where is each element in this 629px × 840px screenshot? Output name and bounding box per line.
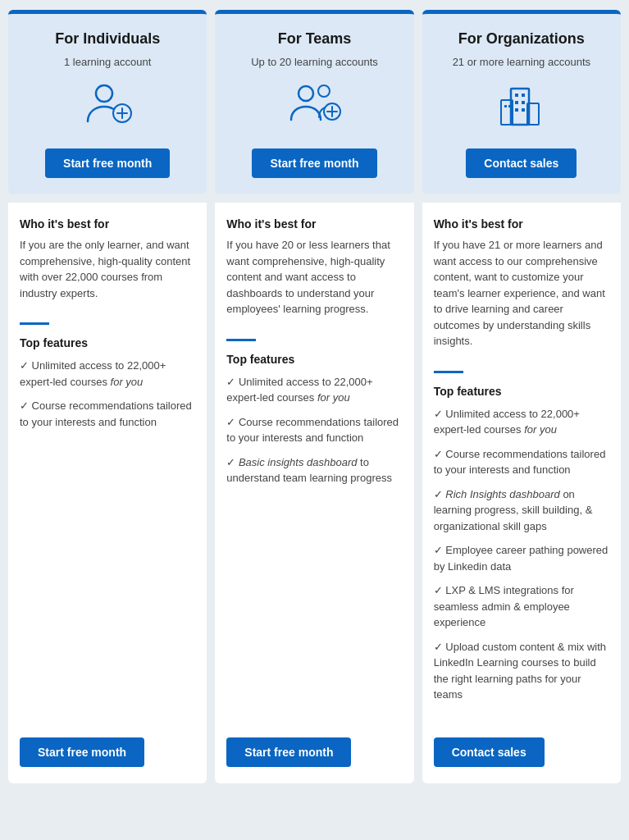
card-top-individuals: For Individuals 1 learning account Start… bbox=[8, 10, 207, 194]
individuals-features-title: Top features bbox=[20, 336, 195, 349]
teams-subtitle: Up to 20 learning accounts bbox=[251, 56, 378, 68]
teams-who-title: Who it's best for bbox=[226, 217, 402, 231]
card-bottom-teams: Who it's best for If you have 20 or less… bbox=[215, 203, 413, 783]
individuals-who-title: Who it's best for bbox=[20, 217, 195, 231]
team-icon bbox=[285, 76, 343, 134]
organizations-features-title: Top features bbox=[434, 385, 609, 398]
svg-point-0 bbox=[96, 85, 112, 102]
svg-rect-15 bbox=[522, 101, 525, 104]
organizations-cta-top[interactable]: Contact sales bbox=[466, 148, 577, 178]
individuals-feature-1: ✓ Unlimited access to 22,000+ expert-led… bbox=[20, 358, 195, 390]
svg-rect-17 bbox=[522, 108, 525, 112]
organizations-who-desc: If you have 21 or more learners and want… bbox=[434, 237, 609, 349]
svg-rect-14 bbox=[515, 101, 518, 104]
organizations-feature-6: ✓ Upload custom content & mix with Linke… bbox=[434, 639, 609, 703]
individuals-btn-wrapper: Start free month bbox=[20, 711, 195, 767]
cards-top-row: For Individuals 1 learning account Start… bbox=[8, 10, 621, 194]
svg-rect-19 bbox=[508, 105, 511, 107]
teams-btn-wrapper: Start free month bbox=[226, 711, 402, 767]
individuals-title: For Individuals bbox=[55, 30, 160, 48]
teams-features-title: Top features bbox=[226, 353, 402, 366]
svg-rect-9 bbox=[511, 89, 529, 125]
organizations-feature-5: ✓ LXP & LMS integrations for seamless ad… bbox=[434, 582, 609, 631]
organizations-btn-wrapper: Contact sales bbox=[434, 711, 609, 767]
page-wrapper: For Individuals 1 learning account Start… bbox=[0, 0, 629, 793]
teams-feature-2: ✓ Course recommendations tailored to you… bbox=[226, 414, 402, 446]
organizations-who-title: Who it's best for bbox=[434, 217, 609, 231]
individuals-divider bbox=[20, 322, 49, 325]
organization-icon bbox=[493, 76, 550, 134]
individual-icon bbox=[79, 76, 136, 134]
svg-rect-12 bbox=[515, 94, 518, 97]
svg-rect-18 bbox=[504, 105, 507, 107]
organizations-divider bbox=[434, 371, 463, 373]
organizations-feature-2: ✓ Course recommendations tailored to you… bbox=[434, 446, 609, 478]
organizations-feature-4: ✓ Employee career pathing powered by Lin… bbox=[434, 542, 609, 574]
card-bottom-individuals: Who it's best for If you are the only le… bbox=[8, 203, 207, 783]
svg-rect-13 bbox=[522, 94, 525, 97]
organizations-feature-3: ✓ Rich Insights dashboard on learning pr… bbox=[434, 486, 609, 535]
organizations-subtitle: 21 or more learning accounts bbox=[453, 56, 590, 68]
svg-point-5 bbox=[318, 85, 330, 97]
individuals-who-desc: If you are the only learner, and want co… bbox=[20, 237, 195, 301]
svg-rect-16 bbox=[515, 108, 518, 112]
teams-feature-1: ✓ Unlimited access to 22,000+ expert-led… bbox=[226, 374, 402, 406]
organizations-feature-1: ✓ Unlimited access to 22,000+ expert-led… bbox=[434, 406, 609, 438]
card-top-organizations: For Organizations 21 or more learning ac… bbox=[422, 10, 621, 194]
teams-title: For Teams bbox=[278, 30, 352, 48]
teams-cta-top[interactable]: Start free month bbox=[252, 148, 376, 178]
organizations-title: For Organizations bbox=[458, 30, 585, 48]
individuals-cta-bottom[interactable]: Start free month bbox=[20, 737, 144, 767]
teams-feature-3: ✓ Basic insights dashboard to understand… bbox=[226, 454, 402, 486]
card-bottom-organizations: Who it's best for If you have 21 or more… bbox=[422, 203, 621, 783]
card-top-teams: For Teams Up to 20 learning accounts Sta… bbox=[215, 10, 413, 194]
teams-who-desc: If you have 20 or less learners that wan… bbox=[226, 237, 402, 317]
individuals-feature-2: ✓ Course recommendations tailored to you… bbox=[20, 398, 195, 430]
teams-cta-bottom[interactable]: Start free month bbox=[226, 737, 351, 767]
teams-divider bbox=[226, 339, 256, 341]
individuals-cta-top[interactable]: Start free month bbox=[45, 148, 170, 178]
individuals-subtitle: 1 learning account bbox=[64, 56, 151, 68]
cards-bottom-row: Who it's best for If you are the only le… bbox=[8, 203, 621, 783]
svg-point-4 bbox=[299, 86, 313, 101]
organizations-cta-bottom[interactable]: Contact sales bbox=[434, 737, 545, 767]
